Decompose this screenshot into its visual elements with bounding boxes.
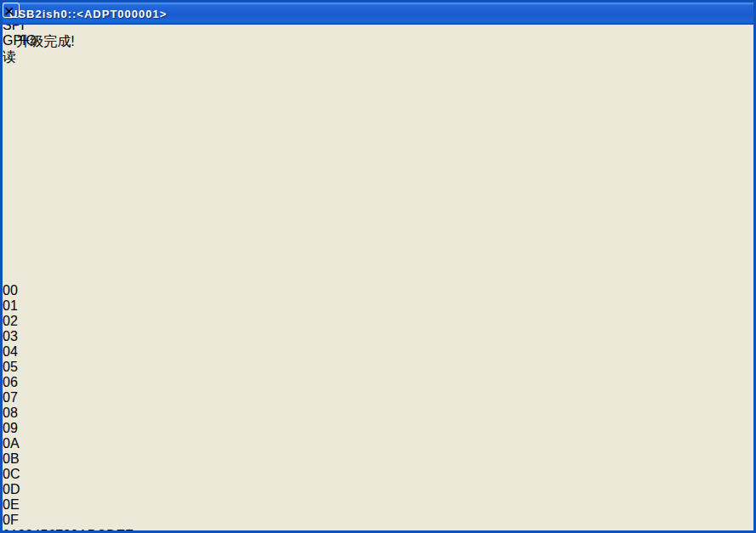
col-header: 0B [3, 451, 458, 467]
col-header: 07 [3, 390, 458, 405]
close-icon: ✕ [3, 4, 14, 19]
ascii-header: 0123456789ABCDEF [3, 528, 458, 533]
col-header: 0D [3, 482, 458, 497]
read-group: 读 [3, 48, 593, 283]
col-header: 0E [3, 497, 458, 513]
col-header: 00 [3, 283, 458, 298]
col-header: 08 [3, 405, 458, 421]
read-hex-grid: 000102030405060708090A0B0C0D0E0F01234567… [3, 283, 458, 533]
col-header: 09 [3, 421, 458, 436]
hex-header-row: 000102030405060708090A0B0C0D0E0F01234567… [3, 283, 458, 533]
app-window: USB2ish0::<ADPT000001> ✕ I2CSPIGPIO 读 00… [0, 0, 756, 533]
close-button[interactable]: ✕ [3, 3, 20, 18]
col-header: 02 [3, 314, 458, 329]
msgbox-message: 升级完成! [3, 33, 88, 51]
tab-gpio[interactable]: GPIO [3, 33, 753, 48]
col-header: 0A [3, 436, 458, 451]
title-bar: USB2ish0::<ADPT000001> [3, 3, 753, 25]
col-header: 0C [3, 467, 458, 482]
col-header: 0F [3, 513, 458, 528]
col-header: 04 [3, 344, 458, 360]
window-title: USB2ish0::<ADPT000001> [3, 8, 167, 20]
read-group-label: 读 [3, 49, 16, 64]
col-header: 03 [3, 329, 458, 344]
col-header: 05 [3, 360, 458, 375]
col-header: 01 [3, 298, 458, 314]
col-header: 06 [3, 375, 458, 390]
